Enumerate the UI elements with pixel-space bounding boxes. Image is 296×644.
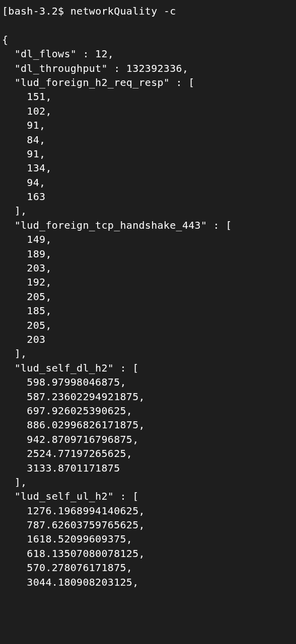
output-line: 203 (2, 332, 294, 346)
output-line: "lud_foreign_h2_req_resp" : [ (2, 75, 294, 89)
output-line: 886.02996826171875, (2, 418, 294, 432)
output-line: 151, (2, 89, 294, 104)
output-line: "lud_self_ul_h2" : [ (2, 489, 294, 503)
output-line: 205, (2, 318, 294, 332)
command-text: networkQuality -c (70, 5, 176, 17)
terminal-output: { "dl_flows" : 12, "dl_throughput" : 132… (2, 33, 294, 589)
output-line: "lud_foreign_tcp_handshake_443" : [ (2, 218, 294, 232)
output-line: 618.13507080078125, (2, 546, 294, 561)
output-line: 203, (2, 261, 294, 275)
output-line: 787.62603759765625, (2, 518, 294, 532)
output-line: ], (2, 204, 294, 218)
output-line: "dl_flows" : 12, (2, 47, 294, 61)
output-line: 84, (2, 133, 294, 147)
output-line: 1276.1968994140625, (2, 504, 294, 518)
output-line: 598.97998046875, (2, 375, 294, 389)
output-line: 91, (2, 118, 294, 132)
output-line: ], (2, 475, 294, 489)
terminal-prompt-line[interactable]: [bash-3.2$ networkQuality -c (2, 4, 294, 18)
blank-line (2, 18, 294, 32)
output-line: 570.278076171875, (2, 561, 294, 575)
output-line: 102, (2, 104, 294, 118)
output-line: 94, (2, 175, 294, 190)
output-line: 1618.52099609375, (2, 532, 294, 546)
output-line: "dl_throughput" : 132392336, (2, 61, 294, 75)
output-line: ], (2, 346, 294, 360)
output-line: 149, (2, 232, 294, 246)
output-line: 2524.77197265625, (2, 446, 294, 461)
prompt-bracket: [ (2, 5, 8, 17)
output-line: "lud_self_dl_h2" : [ (2, 361, 294, 375)
output-line: 697.926025390625, (2, 404, 294, 418)
output-line: 942.8709716796875, (2, 432, 294, 446)
output-line: 189, (2, 247, 294, 261)
output-line: 91, (2, 147, 294, 161)
output-line: 3133.8701171875 (2, 461, 294, 475)
shell-prompt: bash-3.2$ (8, 5, 64, 17)
output-line: 205, (2, 290, 294, 304)
output-line: 587.23602294921875, (2, 390, 294, 404)
output-line: 3044.180908203125, (2, 575, 294, 589)
output-line: { (2, 33, 294, 47)
output-line: 192, (2, 275, 294, 289)
output-line: 163 (2, 190, 294, 204)
output-line: 134, (2, 161, 294, 175)
output-line: 185, (2, 304, 294, 318)
